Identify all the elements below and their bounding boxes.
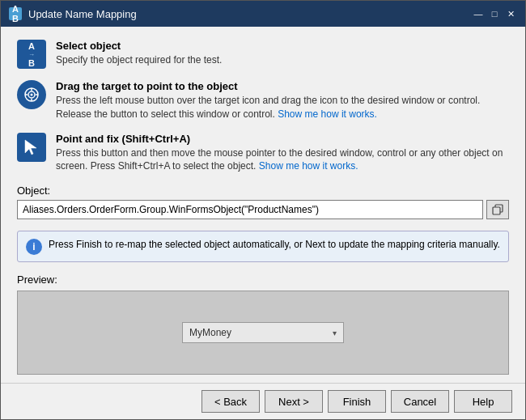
- window-icon: A B: [9, 7, 22, 20]
- object-input[interactable]: [17, 200, 483, 219]
- point-fix-link[interactable]: Show me how it works.: [259, 160, 358, 172]
- preview-section: Preview: MyMoney ▾: [17, 274, 509, 375]
- step-drag-target: Drag the target to point to the object P…: [17, 80, 509, 121]
- preview-label: Preview:: [17, 274, 509, 286]
- minimize-button[interactable]: —: [472, 7, 485, 20]
- main-window: A B Update Name Mapping — □ ✕ A → B: [0, 0, 526, 420]
- footer: < Back Next > Finish Cancel Help: [1, 383, 525, 419]
- help-button[interactable]: Help: [454, 390, 512, 413]
- svg-marker-7: [25, 140, 36, 155]
- next-button[interactable]: Next >: [265, 390, 323, 413]
- title-controls: — □ ✕: [472, 7, 517, 20]
- info-row: i Press Finish to re-map the selected ob…: [17, 231, 509, 262]
- step-drag-target-icon: [17, 80, 46, 109]
- step-drag-target-desc: Press the left mouse button over the tar…: [56, 94, 509, 121]
- step-point-fix-text: Point and fix (Shift+Ctrl+A) Press this …: [56, 133, 509, 174]
- target-icon: [17, 80, 46, 109]
- title-bar-left: A B Update Name Mapping: [9, 7, 137, 20]
- step-select-object-icon: A → B: [17, 40, 46, 69]
- object-copy-button[interactable]: [486, 200, 509, 219]
- step-point-fix-title: Point and fix (Shift+Ctrl+A): [56, 133, 190, 145]
- cursor-icon: [17, 133, 46, 162]
- chevron-down-icon: ▾: [333, 329, 337, 337]
- preview-area: MyMoney ▾: [17, 291, 509, 375]
- object-row: Object:: [17, 185, 509, 219]
- info-text: Press Finish to re-map the selected obje…: [49, 238, 500, 252]
- info-icon: i: [26, 239, 42, 255]
- step-point-fix: Point and fix (Shift+Ctrl+A) Press this …: [17, 133, 509, 174]
- content-area: A → B Select object Specify the object r…: [1, 27, 525, 383]
- step-select-object-title: Select object: [56, 40, 121, 52]
- object-input-row: [17, 200, 509, 219]
- drag-target-link[interactable]: Show me how it works.: [278, 108, 377, 120]
- step-point-fix-desc: Press this button and then move the mous…: [56, 146, 509, 174]
- step-select-object: A → B Select object Specify the object r…: [17, 40, 509, 69]
- step-point-fix-icon: [17, 133, 46, 162]
- step-drag-target-text: Drag the target to point to the object P…: [56, 80, 509, 121]
- preview-dropdown-value: MyMoney: [189, 327, 231, 338]
- title-bar: A B Update Name Mapping — □ ✕: [1, 1, 525, 27]
- step-drag-target-title: Drag the target to point to the object: [56, 80, 238, 92]
- ab-icon: A → B: [17, 40, 46, 69]
- step-select-object-text: Select object Specify the object require…: [56, 40, 222, 67]
- maximize-button[interactable]: □: [488, 7, 501, 20]
- window-title: Update Name Mapping: [28, 8, 137, 20]
- cancel-button[interactable]: Cancel: [391, 390, 449, 413]
- svg-point-6: [31, 94, 33, 96]
- object-label: Object:: [17, 185, 509, 197]
- preview-dropdown: MyMoney ▾: [182, 322, 344, 343]
- back-button[interactable]: < Back: [201, 390, 260, 413]
- finish-button[interactable]: Finish: [328, 390, 386, 413]
- svg-rect-9: [493, 207, 500, 214]
- step-select-object-desc: Specify the object required for the test…: [56, 53, 222, 67]
- close-button[interactable]: ✕: [504, 7, 517, 20]
